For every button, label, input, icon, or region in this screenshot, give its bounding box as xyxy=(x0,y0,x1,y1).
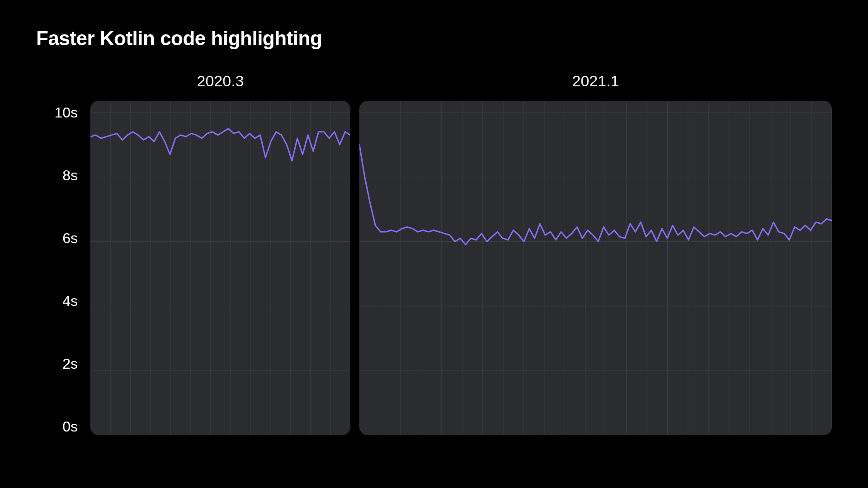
y-tick-label: 2s xyxy=(62,356,78,372)
y-tick-label: 6s xyxy=(62,230,78,247)
chart-panel-left xyxy=(90,101,350,435)
data-line xyxy=(359,145,832,244)
y-tick-label: 8s xyxy=(62,167,78,184)
y-tick-label: 0s xyxy=(62,418,78,435)
y-tick-label: 10s xyxy=(54,104,78,121)
y-tick-label: 4s xyxy=(62,293,78,310)
y-axis: 10s 8s 6s 4s 2s 0s xyxy=(36,101,86,427)
panel-label-left: 2020.3 xyxy=(90,72,350,90)
page-title: Faster Kotlin code highlighting xyxy=(36,27,832,50)
panel-label-right: 2021.1 xyxy=(359,72,832,90)
data-line xyxy=(90,129,350,161)
chart-container: 2020.3 2021.1 10s 8s 6s 4s 2s 0s xyxy=(36,72,832,447)
chart-panel-right xyxy=(359,101,832,435)
